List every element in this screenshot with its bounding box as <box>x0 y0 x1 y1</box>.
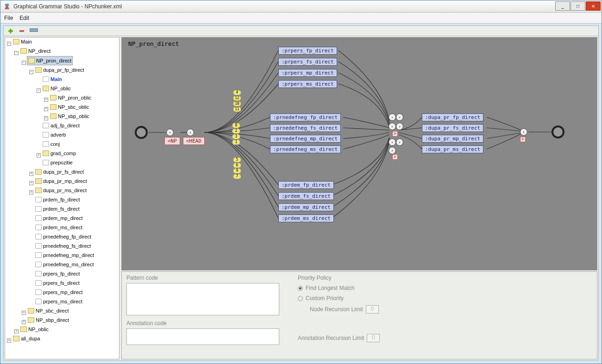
tree-toggle[interactable]: + <box>7 339 11 343</box>
priority-pill[interactable]: 5 <box>233 157 241 163</box>
connector-icon[interactable]: › <box>396 113 403 121</box>
end-node[interactable] <box>552 126 564 138</box>
connector-icon[interactable]: › <box>389 123 396 130</box>
tree-toggle[interactable]: + <box>44 107 48 111</box>
tree-toggle[interactable]: + <box>29 181 33 185</box>
priority-pill[interactable]: 11 <box>233 107 241 112</box>
annotation-recursion-input[interactable]: 0 <box>367 334 380 342</box>
priority-pill[interactable]: 6 <box>233 163 241 168</box>
node-head[interactable]: <HEAD <box>183 137 205 145</box>
rename-button[interactable] <box>30 28 37 34</box>
tree-folder[interactable]: NP_pron_oblic <box>49 94 92 102</box>
tree-toggle[interactable]: + <box>14 329 19 333</box>
titlebar[interactable]: Graphical Grammar Studio - NPchunker.xml… <box>0 0 602 13</box>
graph-node[interactable]: :prnedefneg_fs_direct <box>270 124 341 132</box>
connector-icon[interactable]: › <box>520 128 527 136</box>
tree-file[interactable]: adverb <box>42 131 67 139</box>
tree-file[interactable]: prnedefneg_mp_direct <box>34 251 95 259</box>
tree-file[interactable]: prnedefneg_ms_direct <box>34 260 94 269</box>
priority-pill[interactable]: 7 <box>233 174 241 179</box>
priority-pill[interactable]: 12 <box>233 95 241 101</box>
connector-icon[interactable]: › <box>389 147 396 154</box>
tree-folder[interactable]: NP_sbc_direct <box>27 307 70 315</box>
tree-toggle[interactable]: + <box>44 116 48 120</box>
tree-folder[interactable]: dupa_pr_ms_direct <box>34 186 88 195</box>
tree-folder[interactable]: NP_oblic <box>42 84 72 93</box>
tree-toggle[interactable]: + <box>22 311 26 315</box>
tree-toggle[interactable]: + <box>29 190 33 195</box>
graph-node[interactable]: :prdem_mp_direct <box>278 203 334 211</box>
tree-file-main[interactable]: Main <box>42 75 63 83</box>
tree-toggle[interactable]: + <box>29 172 33 176</box>
tree-toggle[interactable]: − <box>29 70 33 74</box>
start-node[interactable] <box>135 126 148 139</box>
graph-node[interactable]: :dupa_pr_mp_direct <box>422 135 483 143</box>
priority-pill[interactable]: 8 <box>232 123 240 128</box>
connector-icon[interactable]: › <box>389 113 396 121</box>
graph-node[interactable]: :prpers_ms_direct <box>278 80 337 88</box>
connector-icon[interactable]: › <box>166 129 174 136</box>
graph-node[interactable]: :prnedefneg_ms_direct <box>270 145 341 153</box>
tree-folder[interactable]: NP_sbp_direct <box>27 316 70 324</box>
graph-node[interactable]: :prpers_fs_direct <box>278 58 337 66</box>
graph-node[interactable]: :prnedefneg_mp_direct <box>270 135 341 143</box>
priority-pill[interactable]: 10 <box>233 101 241 107</box>
graph-node[interactable]: :dupa_pr_fs_direct <box>422 124 483 132</box>
tree-file[interactable]: prpers_ms_direct <box>34 297 83 306</box>
add-button[interactable] <box>7 28 15 34</box>
graph-node[interactable]: :dupa_pr_fp_direct <box>422 113 483 121</box>
tree-file[interactable]: conj <box>42 140 61 148</box>
tree-folder-np-pron-direct[interactable]: NP_pron_direct <box>27 56 73 65</box>
tree-file[interactable]: prdem_mp_direct <box>34 214 84 222</box>
tree-folder[interactable]: dupa_pr_fp_direct <box>34 66 85 74</box>
priority-pill[interactable]: 4 <box>233 90 241 95</box>
graph-node[interactable]: :prnedefneg_fp_direct <box>270 113 341 121</box>
menu-edit[interactable]: Edit <box>19 15 29 21</box>
tree-file[interactable]: prdem_ms_direct <box>34 223 83 232</box>
tree-file[interactable]: prdem_fs_direct <box>34 205 81 213</box>
tree-file[interactable]: prnedefneg_fs_direct <box>34 242 92 250</box>
tree-file[interactable]: prnedefneg_fp_direct <box>34 232 92 241</box>
tree-folder-np-direct[interactable]: NP_direct <box>19 47 51 55</box>
graph-node[interactable]: :prdem_fs_direct <box>278 192 334 200</box>
tree-folder[interactable]: all_dupa <box>12 334 41 343</box>
graph-node[interactable]: :dupa_pr_ms_direct <box>422 145 483 153</box>
connector-icon[interactable]: › <box>396 123 403 130</box>
connector-icon[interactable]: › <box>396 138 403 146</box>
priority-pill[interactable]: 9 <box>233 168 241 174</box>
tree-file[interactable]: prdem_fp_direct <box>34 195 81 204</box>
tree-toggle[interactable]: + <box>22 320 26 324</box>
tree-folder[interactable]: NP_sbp_oblic <box>49 112 90 120</box>
tree-folder[interactable]: dupa_pr_fs_direct <box>34 168 85 176</box>
connector-icon[interactable]: › <box>187 129 194 136</box>
priority-pill[interactable]: 2 <box>232 128 240 134</box>
annotation-code-input[interactable] <box>126 328 279 345</box>
radio-custom-priority[interactable]: Custom Priority <box>298 295 380 301</box>
tree-toggle[interactable]: + <box>44 98 48 102</box>
maximize-button[interactable]: □ <box>571 1 585 11</box>
tree-folder[interactable]: NP_oblic <box>19 325 50 333</box>
node-gt[interactable]: > <box>392 131 398 137</box>
node-gt[interactable]: > <box>520 137 526 142</box>
tree-file[interactable]: prepozitie <box>42 158 74 167</box>
tree-folder[interactable]: dupa_pr_mp_direct <box>34 177 88 185</box>
graph-node[interactable]: :prdem_ms_direct <box>278 214 334 222</box>
tree-toggle[interactable]: + <box>37 153 41 157</box>
graph-canvas[interactable]: NP_pron_direct <box>121 37 597 270</box>
tree-file[interactable]: prpers_mp_direct <box>34 288 84 296</box>
tree-file[interactable]: adj_fp_direct <box>42 121 81 130</box>
minimize-button[interactable]: _ <box>555 1 570 11</box>
tree-toggle[interactable]: − <box>22 61 26 65</box>
graph-node[interactable]: :prpers_fp_direct <box>278 47 337 55</box>
tree-toggle[interactable]: − <box>7 42 11 46</box>
connector-icon[interactable]: › <box>389 138 396 146</box>
tree-folder[interactable]: NP_sbc_oblic <box>49 103 90 111</box>
graph-node[interactable]: :prdem_fp_direct <box>278 181 334 189</box>
tree-folder[interactable]: grad_comp <box>42 149 77 157</box>
close-button[interactable]: ✕ <box>586 1 601 11</box>
node-np[interactable]: <NP <box>164 137 180 145</box>
tree-file[interactable]: prpers_fs_direct <box>34 279 81 287</box>
node-recursion-input[interactable]: 0 <box>366 305 379 314</box>
priority-pill[interactable]: 3 <box>232 134 240 139</box>
menu-file[interactable]: File <box>4 15 13 21</box>
